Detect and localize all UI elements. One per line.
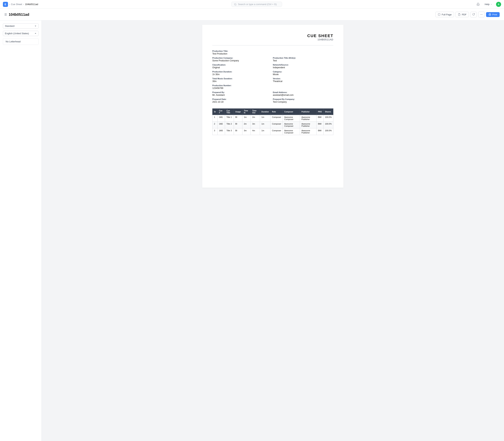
- classification-label: Classification:: [212, 64, 273, 66]
- production-duration-label: Production Duration:: [212, 71, 273, 73]
- full-page-button[interactable]: Full Page: [435, 12, 454, 17]
- production-aka-field: Production Title AKA(s): Test: [273, 56, 333, 63]
- production-duration-field: Production Duration: 1h 30m: [212, 70, 273, 77]
- print-icon: [488, 13, 491, 16]
- cue-table-head: SrCue #Cue TitleUsageTime InTime OutDura…: [212, 109, 333, 115]
- table-cell-r0-c0: 1: [212, 115, 218, 122]
- network-source-field: Network/Source: Independent: [273, 63, 333, 70]
- document: CUE SHEET 104B0511AD Production Title: T…: [202, 25, 343, 188]
- more-button[interactable]: ···: [478, 12, 485, 17]
- avatar[interactable]: A: [496, 2, 501, 7]
- table-cell-r2-c0: 3: [212, 128, 218, 135]
- table-cell-r0-c11: 100.0%: [323, 115, 333, 122]
- table-cell-r1-c5: 3m: [251, 122, 260, 128]
- table-row: 31M3Title 3BI3m4m1mComposerAwesome Compo…: [212, 128, 333, 135]
- table-cell-r0-c7: Composer: [271, 115, 283, 122]
- production-number-label: Production Number:: [212, 84, 333, 87]
- table-cell-r1-c11: 100.0%: [323, 122, 333, 128]
- table-cell-r2-c5: 4m: [251, 128, 260, 135]
- breadcrumb-cue-sheet[interactable]: Cue Sheet: [11, 3, 22, 6]
- classification-value: Original: [212, 66, 273, 69]
- total-music-value: 30m: [212, 80, 273, 82]
- table-cell-r0-c8: Awesome Composer: [283, 115, 300, 122]
- production-title-field: Production Title: Test Production: [212, 49, 333, 56]
- production-aka-label: Production Title AKA(s):: [273, 57, 333, 59]
- production-company-label: Production Company:: [212, 57, 273, 59]
- prepared-date-value: 2021-10-18: [212, 101, 273, 103]
- table-cell-r2-c3: BI: [234, 128, 242, 135]
- format-select[interactable]: Standard Detailed Compact: [3, 23, 39, 29]
- search-area: Search or type a command (Ctrl + G): [38, 2, 475, 7]
- network-source-label: Network/Source:: [273, 64, 333, 66]
- prepared-by-company-field: Prepared By Company: Test Company: [273, 97, 333, 104]
- production-title-value: Test Production: [212, 52, 333, 55]
- cue-table-header-row: SrCue #Cue TitleUsageTime InTime OutDura…: [212, 109, 333, 115]
- category-field: Category: Movie: [273, 70, 333, 77]
- version-field: Version: Theatrical: [273, 77, 333, 83]
- full-page-label: Full Page: [442, 13, 452, 16]
- table-cell-r1-c6: 1m: [260, 122, 271, 128]
- topnav-right: Help A: [475, 1, 501, 7]
- col-header-cue-#: Cue #: [217, 109, 225, 115]
- help-button[interactable]: Help: [483, 2, 494, 6]
- prepared-by-value: Mr. Assistant: [212, 94, 273, 96]
- email-label: Email Address:: [273, 91, 333, 94]
- doc-divider: [212, 45, 333, 46]
- table-cell-r1-c0: 2: [212, 122, 218, 128]
- production-company-field: Production Company: Some Production Comp…: [212, 56, 273, 63]
- col-header-duration: Duration: [260, 109, 271, 115]
- sidebar: Standard Detailed Compact English (Unite…: [0, 20, 42, 441]
- hamburger-icon[interactable]: ☰: [4, 13, 7, 16]
- content-area: CUE SHEET 104B0511AD Production Title: T…: [42, 20, 504, 441]
- version-label: Version:: [273, 78, 333, 80]
- doc-sheet-id: 104B0511AD: [212, 38, 333, 41]
- table-cell-r2-c1: 1M3: [217, 128, 225, 135]
- bell-icon: [476, 3, 480, 6]
- category-value: Movie: [273, 73, 333, 76]
- doc-header: CUE SHEET 104B0511AD: [212, 33, 333, 41]
- app-icon: E: [3, 2, 8, 7]
- refresh-icon: [472, 13, 475, 16]
- search-placeholder: Search or type a command (Ctrl + G): [238, 3, 277, 6]
- table-cell-r0-c9: Awesome Publisher: [300, 115, 316, 122]
- prepared-by-company-label: Prepared By Company:: [273, 98, 333, 100]
- col-header-sr: Sr: [212, 109, 218, 115]
- pdf-label: PDF: [462, 13, 467, 16]
- table-cell-r2-c7: Composer: [271, 128, 283, 135]
- refresh-button[interactable]: [470, 12, 477, 17]
- language-select[interactable]: English (United States) English (UK) Fre…: [3, 31, 39, 36]
- table-cell-r0-c10: BMI: [316, 115, 323, 122]
- cue-table: SrCue #Cue TitleUsageTime InTime OutDura…: [212, 109, 333, 135]
- search-bar[interactable]: Search or type a command (Ctrl + G): [231, 2, 282, 7]
- breadcrumb-current: 104b0511ad: [25, 3, 38, 6]
- table-cell-r1-c8: Awesome Composer: [283, 122, 300, 128]
- pdf-button[interactable]: PDF: [455, 12, 469, 17]
- production-duration-value: 1h 30m: [212, 73, 273, 76]
- table-cell-r1-c4: 2m: [242, 122, 251, 128]
- email-field: Email Address: assistant@email.com: [273, 90, 333, 97]
- breadcrumb-sep-2: ›: [23, 3, 24, 6]
- table-cell-r0-c5: 2m: [251, 115, 260, 122]
- help-label: Help: [485, 3, 489, 6]
- table-row: 21M2Title 2BI2m3m1mComposerAwesome Compo…: [212, 122, 333, 128]
- prepared-date-field: Prepared Date: 2021-10-18: [212, 97, 273, 104]
- table-cell-r0-c2: Title 1: [225, 115, 234, 122]
- classification-field: Classification: Original: [212, 63, 273, 70]
- prepared-by-field: Prepared By: Mr. Assistant: [212, 90, 273, 97]
- version-value: Theatrical: [273, 80, 333, 82]
- print-button[interactable]: Print: [486, 12, 500, 17]
- production-title-label: Production Title:: [212, 50, 333, 52]
- search-icon: [234, 3, 237, 6]
- letterhead-selector[interactable]: No Letterhead: [3, 38, 39, 45]
- notification-button[interactable]: [475, 1, 481, 7]
- pdf-icon: [458, 13, 461, 16]
- prepared-by-company-value: Test Company: [273, 101, 333, 103]
- production-aka-value: Test: [273, 59, 333, 62]
- page-title: 104b0511ad: [9, 13, 29, 17]
- table-cell-r2-c6: 1m: [260, 128, 271, 135]
- print-label: Print: [492, 13, 497, 16]
- table-cell-r2-c4: 3m: [242, 128, 251, 135]
- svg-point-0: [234, 3, 236, 5]
- table-cell-r2-c2: Title 3: [225, 128, 234, 135]
- prepared-date-label: Prepared Date:: [212, 98, 273, 100]
